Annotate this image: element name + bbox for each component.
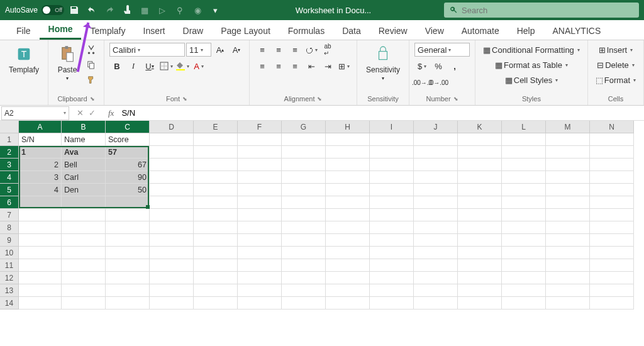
cell-N12[interactable] bbox=[590, 272, 634, 284]
cell-A6[interactable] bbox=[19, 196, 62, 209]
cell-A4[interactable]: 3 bbox=[19, 171, 62, 184]
cell-B11[interactable] bbox=[62, 259, 106, 272]
font-name-combo[interactable]: Calibri bbox=[109, 43, 185, 57]
cell-A5[interactable]: 4 bbox=[19, 184, 62, 196]
row-head-4[interactable]: 4 bbox=[0, 171, 19, 184]
cell-H1[interactable] bbox=[326, 133, 370, 146]
cell-K11[interactable] bbox=[458, 259, 502, 272]
cut-button[interactable] bbox=[84, 43, 99, 57]
cell-H11[interactable] bbox=[326, 259, 370, 272]
cell-F7[interactable] bbox=[238, 209, 282, 221]
cell-N8[interactable] bbox=[590, 221, 634, 234]
row-head-11[interactable]: 11 bbox=[0, 259, 19, 272]
tab-data[interactable]: Data bbox=[333, 22, 370, 40]
orientation-button[interactable]: ⭯ bbox=[304, 43, 319, 57]
cell-N14[interactable] bbox=[590, 297, 634, 310]
cell-B2[interactable]: Ava bbox=[62, 146, 106, 159]
col-head-D[interactable]: D bbox=[150, 121, 194, 133]
cell-H6[interactable] bbox=[326, 196, 370, 209]
cell-A2[interactable]: 1 bbox=[19, 146, 62, 159]
align-left-button[interactable]: ≡ bbox=[255, 59, 270, 73]
cell-B5[interactable]: Den bbox=[62, 184, 106, 196]
cell-G5[interactable] bbox=[282, 184, 326, 196]
cell-I7[interactable] bbox=[370, 209, 414, 221]
cell-F8[interactable] bbox=[238, 221, 282, 234]
cell-J11[interactable] bbox=[414, 259, 458, 272]
col-head-L[interactable]: L bbox=[502, 121, 546, 133]
cell-I11[interactable] bbox=[370, 259, 414, 272]
conditional-formatting-button[interactable]: ▦ Conditional Formatting bbox=[480, 43, 582, 57]
cell-E2[interactable] bbox=[194, 146, 238, 159]
cell-F6[interactable] bbox=[238, 196, 282, 209]
cell-I8[interactable] bbox=[370, 221, 414, 234]
cell-G6[interactable] bbox=[282, 196, 326, 209]
cell-G13[interactable] bbox=[282, 284, 326, 297]
tab-insert[interactable]: Insert bbox=[135, 22, 174, 40]
wrap-text-button[interactable]: ab↵ bbox=[320, 43, 335, 57]
cell-L5[interactable] bbox=[502, 184, 546, 196]
search-input[interactable] bbox=[462, 6, 634, 15]
insert-button[interactable]: ⊞ Insert bbox=[593, 43, 638, 57]
cell-I3[interactable] bbox=[370, 159, 414, 171]
bold-button[interactable]: B bbox=[109, 59, 125, 73]
delete-button[interactable]: ⊟ Delete bbox=[593, 58, 638, 72]
cell-F10[interactable] bbox=[238, 247, 282, 259]
cell-C14[interactable] bbox=[106, 297, 150, 310]
cell-B8[interactable] bbox=[62, 221, 106, 234]
cell-E12[interactable] bbox=[194, 272, 238, 284]
cell-K9[interactable] bbox=[458, 234, 502, 247]
cell-M12[interactable] bbox=[546, 272, 590, 284]
cell-J3[interactable] bbox=[414, 159, 458, 171]
col-head-E[interactable]: E bbox=[194, 121, 238, 133]
cell-C4[interactable]: 90 bbox=[106, 171, 150, 184]
tab-templafy[interactable]: Templafy bbox=[81, 22, 134, 40]
cell-L7[interactable] bbox=[502, 209, 546, 221]
cell-I12[interactable] bbox=[370, 272, 414, 284]
redo-icon[interactable] bbox=[102, 3, 117, 18]
cell-A8[interactable] bbox=[19, 221, 62, 234]
align-top-button[interactable]: ≡ bbox=[255, 43, 270, 57]
cell-L12[interactable] bbox=[502, 272, 546, 284]
cell-J2[interactable] bbox=[414, 146, 458, 159]
align-right-button[interactable]: ≡ bbox=[287, 59, 303, 73]
accounting-button[interactable]: $ bbox=[414, 59, 430, 73]
cell-J6[interactable] bbox=[414, 196, 458, 209]
cell-A7[interactable] bbox=[19, 209, 62, 221]
cell-D13[interactable] bbox=[150, 284, 194, 297]
cell-M5[interactable] bbox=[546, 184, 590, 196]
cell-G11[interactable] bbox=[282, 259, 326, 272]
cell-M2[interactable] bbox=[546, 146, 590, 159]
cell-K1[interactable] bbox=[458, 133, 502, 146]
tab-view[interactable]: View bbox=[416, 22, 453, 40]
cell-C6[interactable] bbox=[106, 196, 150, 209]
inc-indent-button[interactable]: ⇥ bbox=[320, 59, 335, 73]
cell-J12[interactable] bbox=[414, 272, 458, 284]
qat-more-icon[interactable]: ▾ bbox=[208, 3, 223, 18]
cell-D12[interactable] bbox=[150, 272, 194, 284]
cell-L1[interactable] bbox=[502, 133, 546, 146]
cell-K6[interactable] bbox=[458, 196, 502, 209]
cell-C7[interactable] bbox=[106, 209, 150, 221]
cell-G1[interactable] bbox=[282, 133, 326, 146]
percent-button[interactable]: % bbox=[431, 59, 446, 73]
cell-B9[interactable] bbox=[62, 234, 106, 247]
col-head-I[interactable]: I bbox=[370, 121, 414, 133]
cell-B4[interactable]: Carl bbox=[62, 171, 106, 184]
cell-F11[interactable] bbox=[238, 259, 282, 272]
cell-C9[interactable] bbox=[106, 234, 150, 247]
cell-L14[interactable] bbox=[502, 297, 546, 310]
cell-G4[interactable] bbox=[282, 171, 326, 184]
cell-F3[interactable] bbox=[238, 159, 282, 171]
cell-K4[interactable] bbox=[458, 171, 502, 184]
align-bottom-button[interactable]: ≡ bbox=[287, 43, 303, 57]
grow-font-button[interactable]: A▴ bbox=[213, 43, 228, 57]
qat-icon-3[interactable]: ⚲ bbox=[172, 3, 187, 18]
col-head-A[interactable]: A bbox=[19, 121, 62, 133]
cell-E14[interactable] bbox=[194, 297, 238, 310]
cell-L8[interactable] bbox=[502, 221, 546, 234]
cell-E7[interactable] bbox=[194, 209, 238, 221]
cell-L13[interactable] bbox=[502, 284, 546, 297]
cell-K14[interactable] bbox=[458, 297, 502, 310]
cell-H14[interactable] bbox=[326, 297, 370, 310]
cell-J4[interactable] bbox=[414, 171, 458, 184]
